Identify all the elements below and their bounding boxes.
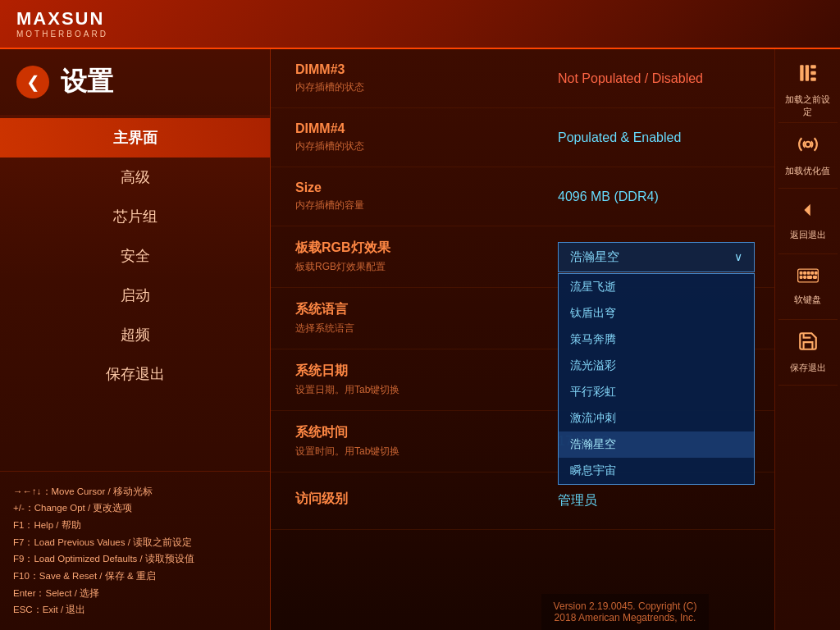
setting-label-col: 访问级别 [295,491,541,511]
back-arrow-button[interactable]: ❮ [16,66,49,98]
setting-label-col: DIMM#3内存插槽的状态 [295,62,541,94]
setting-name: 板载RGB灯效果 [295,240,541,257]
setting-row-size: Size内存插槽的容量4096 MB (DDR4) [271,167,774,226]
dropdown-item[interactable]: 平行彩虹 [559,379,754,405]
svg-rect-10 [807,272,810,275]
dropdown-item[interactable]: 策马奔腾 [559,326,754,353]
key-hint: +/-：Change Opt / 更改选项 [13,500,257,517]
svg-rect-4 [810,78,816,81]
setting-row-dimm3: DIMM#3内存插槽的状态Not Populated / Disabled [271,49,774,108]
svg-rect-11 [810,272,813,275]
dropdown-arrow-icon: ∨ [734,250,742,263]
setting-name: DIMM#3 [295,62,541,77]
key-hints: →←↑↓：Move Cursor / 移动光标+/-：Change Opt / … [0,471,270,631]
load-prev-label: 加载之前设定 [782,94,834,117]
sidebar-item-chipset[interactable]: 芯片组 [0,197,270,236]
rgb-dropdown-btn[interactable]: 浩瀚星空∨ [558,242,755,272]
setting-name: Size [295,180,541,195]
setting-name: 系统时间 [295,424,541,441]
save-exit-icon [797,331,819,357]
svg-rect-8 [800,272,802,275]
sidebar-item-save-exit[interactable]: 保存退出 [0,354,270,394]
setting-desc: 内存插槽的容量 [295,199,541,212]
back-label: 返回退出 [790,229,826,240]
key-hint: Enter：Select / 选择 [13,585,257,602]
sidebar-item-security[interactable]: 安全 [0,236,270,276]
setting-desc: 内存插槽的状态 [295,80,541,94]
svg-marker-6 [804,204,810,217]
svg-rect-0 [800,65,803,81]
key-hint: →←↑↓：Move Cursor / 移动光标 [13,483,257,500]
dropdown-item[interactable]: 钛盾出穹 [559,300,754,326]
settings-list: DIMM#3内存插槽的状态Not Populated / DisabledDIM… [271,49,774,530]
svg-rect-1 [805,65,808,81]
load-opt-icon [797,134,819,160]
svg-point-5 [805,142,810,148]
content-area: DIMM#3内存插槽的状态Not Populated / DisabledDIM… [271,49,774,630]
sidebar: ❮ 设置 主界面高级芯片组安全启动超频保存退出 →←↑↓：Move Cursor… [0,49,271,630]
setting-value: Not Populated / Disabled [541,71,750,86]
setting-row-dimm4: DIMM#4内存插槽的状态Populated & Enabled [271,108,774,167]
setting-label-col: 板载RGB灯效果板载RGB灯效果配置 [295,240,541,274]
setting-value: 4096 MB (DDR4) [541,189,750,204]
svg-rect-13 [800,276,802,279]
right-btn-save-exit[interactable]: 保存退出 [778,320,838,386]
keyboard-label: 软键盘 [794,294,821,305]
main-layout: ❮ 设置 主界面高级芯片组安全启动超频保存退出 →←↑↓：Move Cursor… [0,49,840,630]
svg-rect-12 [815,272,817,275]
load-opt-label: 加载优化值 [785,165,830,176]
dropdown-list: 流星飞逝钛盾出穹策马奔腾流光溢彩平行彩虹激流冲刺浩瀚星空瞬息宇宙 [558,273,755,485]
keyboard-icon [797,267,819,289]
settings-header: ❮ 设置 [0,49,270,115]
back-icon [799,201,817,224]
logo-sub: MOTHERBOARD [16,30,108,39]
setting-name: 系统日期 [295,363,541,380]
svg-rect-14 [803,276,806,279]
setting-label-col: 系统时间设置时间。用Tab键切换 [295,424,541,459]
setting-label-col: DIMM#4内存插槽的状态 [295,121,541,153]
version-text: Version 2.19.0045. Copyright (C) 2018 Am… [554,600,697,623]
setting-desc: 设置日期。用Tab键切换 [295,383,541,397]
setting-label-col: 系统日期设置日期。用Tab键切换 [295,363,541,397]
key-hint: ESC：Exit / 退出 [13,601,257,619]
dropdown-item[interactable]: 浩瀚星空 [559,431,754,458]
setting-value: Populated & Enabled [541,130,750,145]
setting-value: 管理员 [541,492,750,509]
right-btn-back[interactable]: 返回退出 [778,189,838,254]
right-btn-load-prev[interactable]: 加载之前设定 [778,57,838,123]
key-hint: F1：Help / 帮助 [13,517,257,534]
save-exit-label: 保存退出 [790,362,826,373]
svg-rect-2 [810,65,816,68]
logo-main: MAXSUN [16,9,108,29]
header: MAXSUN MOTHERBOARD [0,0,840,49]
svg-rect-3 [810,71,816,75]
setting-desc: 板载RGB灯效果配置 [295,260,541,274]
footer: Version 2.19.0045. Copyright (C) 2018 Am… [541,594,709,630]
sidebar-item-boot[interactable]: 启动 [0,276,270,315]
dropdown-item[interactable]: 流光溢彩 [559,353,754,379]
setting-desc: 选择系统语言 [295,322,541,336]
dropdown-item[interactable]: 瞬息宇宙 [559,458,754,484]
key-hint: F9：Load Optimized Defaults / 读取预设值 [13,550,257,568]
right-btn-keyboard[interactable]: 软键盘 [778,254,838,320]
sidebar-item-advanced[interactable]: 高级 [0,158,270,197]
svg-rect-16 [813,276,816,279]
setting-name: DIMM#4 [295,121,541,136]
logo: MAXSUN MOTHERBOARD [16,9,108,38]
dropdown-selected-text: 浩瀚星空 [570,249,619,265]
right-sidebar: 加载之前设定加载优化值返回退出软键盘保存退出 [774,49,840,630]
key-hint: F7：Load Previous Values / 读取之前设定 [13,534,257,551]
setting-label-col: Size内存插槽的容量 [295,180,541,212]
dropdown-item[interactable]: 流星飞逝 [559,274,754,300]
setting-name: 系统语言 [295,301,541,318]
sidebar-item-oc[interactable]: 超频 [0,315,270,354]
nav-menu: 主界面高级芯片组安全启动超频保存退出 [0,118,270,394]
sidebar-item-main[interactable]: 主界面 [0,118,270,158]
setting-row-rgb: 板载RGB灯效果板载RGB灯效果配置浩瀚星空∨流星飞逝钛盾出穹策马奔腾流光溢彩平… [271,226,774,288]
setting-label-col: 系统语言选择系统语言 [295,301,541,336]
setting-name: 访问级别 [295,491,541,508]
dropdown-item[interactable]: 激流冲刺 [559,405,754,431]
right-btn-load-opt[interactable]: 加载优化值 [778,123,838,189]
settings-title: 设置 [61,64,113,100]
load-prev-icon [797,62,819,89]
